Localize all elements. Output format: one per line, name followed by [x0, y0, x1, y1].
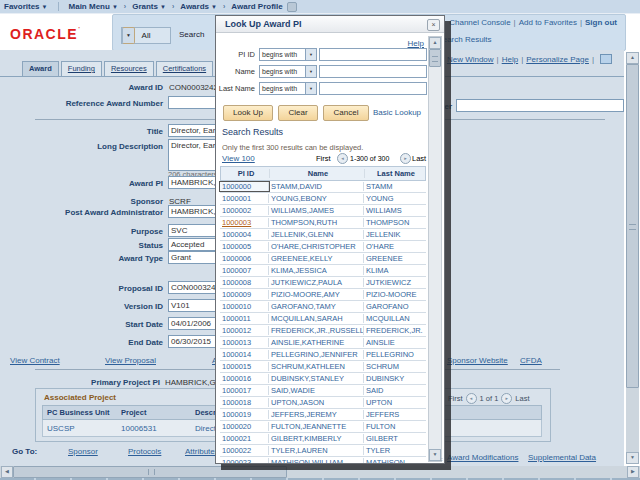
result-name-link[interactable]: GREENEE,KELLY — [269, 254, 364, 263]
cancel-button[interactable]: Cancel — [323, 105, 369, 121]
result-name-link[interactable]: GILBERT,KIMBERLY — [269, 434, 364, 443]
result-lastname-link[interactable]: O'HARE — [364, 242, 426, 251]
result-pi-id-link[interactable]: 1000010 — [220, 302, 269, 311]
result-name-link[interactable]: TYLER,LAUREN — [269, 446, 364, 455]
horizontal-scroll-thumb[interactable] — [13, 466, 287, 478]
scroll-left-icon[interactable]: ◀ — [1, 466, 13, 478]
result-lastname-link[interactable]: GILBERT — [364, 434, 426, 443]
result-name-link[interactable]: DUBINSKY,STANLEY — [269, 374, 364, 383]
basic-lookup-link[interactable]: Basic Lookup — [373, 108, 421, 117]
result-name-link[interactable]: PELLEGRINO,JENNIFER — [269, 350, 364, 359]
result-lastname-link[interactable]: DUBINSKY — [364, 374, 426, 383]
result-pi-id-link[interactable]: 1000007 — [220, 266, 269, 275]
result-name-link[interactable]: MATHISON,WILLIAM — [269, 458, 364, 463]
tab-funding[interactable]: Funding — [61, 61, 102, 77]
page-bar-icon[interactable] — [600, 54, 612, 64]
result-name-link[interactable]: FREDERICK,JR.,RUSSELL — [269, 326, 364, 335]
result-pi-id-link[interactable]: 1000012 — [220, 326, 269, 335]
resize-grip-icon[interactable]: .:: — [440, 456, 442, 462]
result-lastname-link[interactable]: MATHISON — [364, 458, 426, 463]
clear-button[interactable]: Clear — [278, 105, 318, 121]
result-name-link[interactable]: MCQUILLAN,SARAH — [269, 314, 364, 323]
result-pi-id-link[interactable]: 1000014 — [220, 350, 269, 359]
start-date-input[interactable]: 04/01/2006 — [168, 317, 221, 330]
result-pi-id-link[interactable]: 1000013 — [220, 338, 269, 347]
search-scope-select[interactable]: All ▼ — [121, 27, 171, 44]
result-lastname-link[interactable]: JEFFERS — [364, 410, 426, 419]
chevron-down-icon[interactable]: ▼ — [122, 27, 135, 44]
result-name-link[interactable]: AINSLIE,KATHERINE — [269, 338, 364, 347]
proposal-id-input[interactable]: CON0003242 — [168, 281, 221, 294]
name-input[interactable] — [319, 65, 427, 78]
result-pi-id-link[interactable]: 1000004 — [220, 230, 269, 239]
result-name-link[interactable]: JELLENIK,GLENN — [269, 230, 364, 239]
result-lastname-link[interactable]: GREENEE — [364, 254, 426, 263]
result-pi-id-link[interactable]: 1000021 — [220, 434, 269, 443]
next-row-icon[interactable]: ▸ — [501, 393, 512, 404]
new-window-link[interactable]: New Window — [447, 55, 494, 64]
result-lastname-link[interactable]: YOUNG — [364, 194, 426, 203]
result-name-link[interactable]: SCHRUM,KATHLEEN — [269, 362, 364, 371]
award-modifications-link[interactable]: Award Modifications — [447, 453, 518, 462]
version-id-input[interactable]: V101 — [168, 299, 221, 312]
result-lastname-link[interactable]: WILLIAMS — [364, 206, 426, 215]
result-lastname-link[interactable]: SAID — [364, 386, 426, 395]
add-to-favorites-link[interactable]: Add to Favorites — [519, 18, 577, 27]
chevron-down-icon[interactable]: ▼ — [305, 83, 316, 94]
breadcrumb-main-menu[interactable]: Main Menu▼ — [69, 2, 118, 11]
cfda-link[interactable]: CFDA — [520, 356, 542, 365]
result-lastname-link[interactable]: UPTON — [364, 398, 426, 407]
name-operator-select[interactable]: begins with ▼ — [259, 65, 317, 78]
chevron-down-icon[interactable]: ▼ — [305, 49, 316, 60]
result-name-link[interactable]: GAROFANO,TAMY — [269, 302, 364, 311]
tab-award[interactable]: Award — [22, 61, 59, 77]
channel-console-link[interactable]: Channel Console — [449, 18, 510, 27]
pagination-last[interactable]: Last — [515, 394, 529, 403]
last-name-operator-select[interactable]: begins with ▼ — [259, 82, 317, 95]
pi-id-input[interactable] — [319, 48, 427, 61]
result-pi-id-link[interactable]: 1000023 — [220, 458, 269, 463]
result-lastname-link[interactable]: THOMPSON — [364, 218, 426, 227]
tab-resources[interactable]: Resources — [104, 61, 154, 77]
result-pi-id-link[interactable]: 1000005 — [220, 242, 269, 251]
dialog-scroll-thumb[interactable] — [429, 49, 441, 67]
next-page-icon[interactable]: ▸ — [400, 153, 411, 164]
breadcrumb-awards[interactable]: Awards▼ — [180, 2, 217, 11]
breadcrumb-grants[interactable]: Grants▼ — [132, 2, 166, 11]
scroll-right-icon[interactable]: ▶ — [627, 466, 639, 478]
goto-sponsor-link[interactable]: Sponsor — [68, 447, 98, 456]
result-pi-id-link[interactable]: 1000006 — [220, 254, 269, 263]
result-name-link[interactable]: O'HARE,CHRISTOPHER — [269, 242, 364, 251]
result-lastname-link[interactable]: MCQUILLAN — [364, 314, 426, 323]
pi-id-operator-select[interactable]: begins with ▼ — [259, 48, 317, 61]
view-contract-link[interactable]: View Contract — [10, 356, 60, 365]
previous-page-icon[interactable]: ◂ — [337, 153, 348, 164]
result-lastname-link[interactable]: KLIMA — [364, 266, 426, 275]
result-lastname-link[interactable]: SCHRUM — [364, 362, 426, 371]
chevron-down-icon[interactable]: ▼ — [305, 66, 316, 77]
result-pi-id-link[interactable]: 1000016 — [220, 374, 269, 383]
tab-certifications[interactable]: Certifications — [156, 61, 213, 77]
result-pi-id-link[interactable]: 1000000 — [220, 182, 269, 191]
result-name-link[interactable]: JUTKIEWICZ,PAULA — [269, 278, 364, 287]
result-name-link[interactable]: WILLIAMS,JAMES — [269, 206, 364, 215]
result-pi-id-link[interactable]: 1000022 — [220, 446, 269, 455]
result-name-link[interactable]: THOMPSON,RUTH — [269, 218, 364, 227]
result-pi-id-link[interactable]: 1000019 — [220, 410, 269, 419]
result-lastname-link[interactable]: JELLENIK — [364, 230, 426, 239]
result-pi-id-link[interactable]: 1000009 — [220, 290, 269, 299]
result-lastname-link[interactable]: GAROFANO — [364, 302, 426, 311]
look-up-button[interactable]: Look Up — [223, 105, 273, 121]
result-name-link[interactable]: STAMM,DAVID — [269, 182, 364, 191]
vertical-scroll-thumb[interactable] — [626, 64, 639, 388]
dialog-help-link[interactable]: Help — [408, 39, 424, 48]
breadcrumb-favorites[interactable]: Favorites▼ — [4, 2, 48, 11]
scroll-up-icon[interactable]: ▲ — [429, 37, 441, 49]
end-date-input[interactable]: 06/30/2015 — [168, 335, 221, 348]
goto-protocols-link[interactable]: Protocols — [128, 447, 161, 456]
result-pi-id-link[interactable]: 1000018 — [220, 398, 269, 407]
result-pi-id-link[interactable]: 1000015 — [220, 362, 269, 371]
result-pi-id-link[interactable]: 1000003 — [220, 218, 269, 227]
pagination-first[interactable]: First — [316, 154, 331, 163]
result-name-link[interactable]: SAID,WADIE — [269, 386, 364, 395]
